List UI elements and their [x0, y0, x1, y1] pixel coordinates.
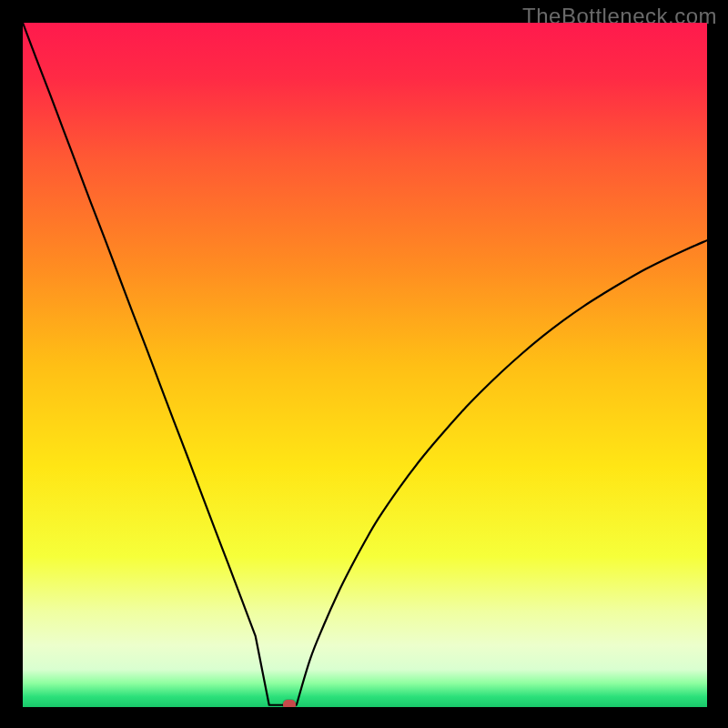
bottleneck-curve-chart — [23, 23, 707, 707]
current-system-marker-icon — [283, 700, 296, 707]
plot-area — [23, 23, 707, 707]
